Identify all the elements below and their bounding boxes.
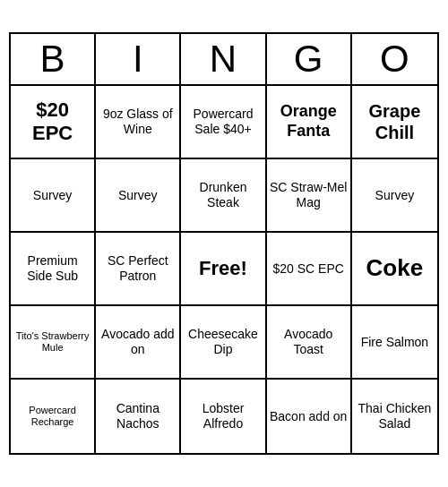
bingo-letter-o: O bbox=[352, 34, 437, 84]
bingo-cell-18: Avocado Toast bbox=[267, 306, 352, 380]
bingo-cell-15: Tito's Strawberry Mule bbox=[11, 306, 96, 380]
bingo-cell-16: Avocado add on bbox=[96, 306, 181, 380]
bingo-cell-14: Coke bbox=[352, 233, 437, 306]
bingo-cell-6: Survey bbox=[96, 159, 181, 233]
bingo-header: BINGO bbox=[11, 34, 437, 86]
bingo-letter-i: I bbox=[96, 34, 181, 84]
bingo-cell-3: Orange Fanta bbox=[267, 86, 352, 159]
bingo-letter-n: N bbox=[181, 34, 266, 84]
bingo-cell-21: Cantina Nachos bbox=[96, 380, 181, 453]
bingo-letter-g: G bbox=[267, 34, 352, 84]
bingo-cell-24: Thai Chicken Salad bbox=[352, 380, 437, 453]
bingo-cell-9: Survey bbox=[352, 159, 437, 233]
bingo-cell-10: Premium Side Sub bbox=[11, 233, 96, 306]
bingo-cell-1: 9oz Glass of Wine bbox=[96, 86, 181, 159]
bingo-cell-4: Grape Chill bbox=[352, 86, 437, 159]
bingo-letter-b: B bbox=[11, 34, 96, 84]
bingo-cell-2: Powercard Sale $40+ bbox=[181, 86, 266, 159]
bingo-cell-5: Survey bbox=[11, 159, 96, 233]
bingo-cell-13: $20 SC EPC bbox=[267, 233, 352, 306]
bingo-cell-12: Free! bbox=[181, 233, 266, 306]
bingo-cell-22: Lobster Alfredo bbox=[181, 380, 266, 453]
bingo-cell-11: SC Perfect Patron bbox=[96, 233, 181, 306]
bingo-cell-19: Fire Salmon bbox=[352, 306, 437, 380]
bingo-card: BINGO $20 EPC9oz Glass of WinePowercard … bbox=[9, 32, 439, 455]
bingo-cell-8: SC Straw-Mel Mag bbox=[267, 159, 352, 233]
bingo-cell-20: Powercard Recharge bbox=[11, 380, 96, 453]
bingo-grid: $20 EPC9oz Glass of WinePowercard Sale $… bbox=[11, 86, 437, 453]
bingo-cell-23: Bacon add on bbox=[267, 380, 352, 453]
bingo-cell-17: Cheesecake Dip bbox=[181, 306, 266, 380]
bingo-cell-0: $20 EPC bbox=[11, 86, 96, 159]
bingo-cell-7: Drunken Steak bbox=[181, 159, 266, 233]
